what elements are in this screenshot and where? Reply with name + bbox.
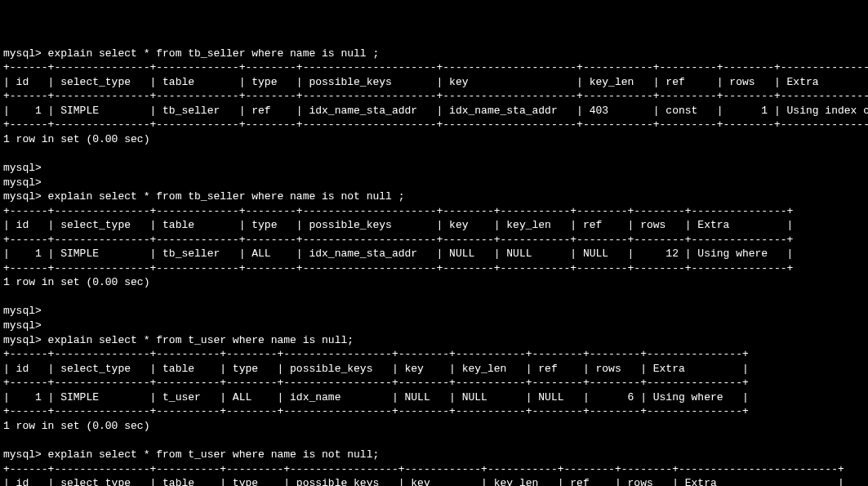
- terminal-output[interactable]: mysql> explain select * from tb_seller w…: [3, 47, 868, 486]
- table-separator-line: +------+---------------+-------------+--…: [3, 90, 868, 102]
- empty-prompt-line: mysql>: [3, 319, 42, 332]
- result-footer-line: 1 row in set (0.00 sec): [3, 133, 149, 145]
- table-row-line: | 1 | SIMPLE | tb_seller | ref | idx_nam…: [3, 105, 868, 117]
- table-row-line: | id | select_type | table | type | poss…: [3, 76, 868, 88]
- empty-prompt-line: mysql>: [3, 176, 42, 189]
- table-separator-line: +------+---------------+----------+-----…: [3, 348, 749, 360]
- table-separator-line: +------+---------------+-------------+--…: [3, 262, 793, 274]
- table-row-line: | 1 | SIMPLE | t_user | ALL | idx_name |…: [3, 391, 749, 404]
- result-footer-line: 1 row in set (0.00 sec): [3, 276, 149, 288]
- table-separator-line: +------+---------------+----------+-----…: [3, 377, 749, 389]
- table-row-line: | id | select_type | table | type | poss…: [3, 363, 749, 375]
- table-separator-line: +------+---------------+----------+-----…: [3, 405, 749, 417]
- sql-prompt-line: mysql> explain select * from t_user wher…: [3, 448, 379, 461]
- table-row-line: | 1 | SIMPLE | tb_seller | ALL | idx_nam…: [3, 247, 793, 260]
- sql-prompt-line: mysql> explain select * from tb_seller w…: [3, 47, 379, 60]
- sql-prompt-line: mysql> explain select * from tb_seller w…: [3, 190, 404, 203]
- result-footer-line: 1 row in set (0.00 sec): [3, 420, 149, 432]
- empty-prompt-line: mysql>: [3, 305, 42, 317]
- empty-prompt-line: mysql>: [3, 162, 42, 174]
- sql-prompt-line: mysql> explain select * from t_user wher…: [3, 334, 354, 346]
- table-separator-line: +------+---------------+-------------+--…: [3, 234, 793, 246]
- table-row-line: | id | select_type | table | type | poss…: [3, 477, 844, 486]
- table-row-line: | id | select_type | table | type | poss…: [3, 219, 793, 231]
- table-separator-line: +------+---------------+-------------+--…: [3, 118, 868, 131]
- table-separator-line: +------+---------------+-------------+--…: [3, 205, 793, 217]
- table-separator-line: +------+---------------+-------------+--…: [3, 61, 868, 74]
- table-separator-line: +------+---------------+----------+-----…: [3, 463, 844, 475]
